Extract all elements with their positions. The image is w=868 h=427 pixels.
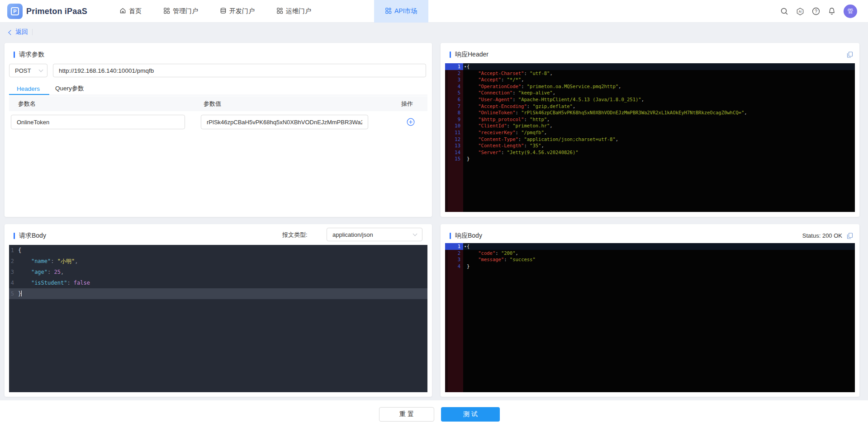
code-line: 2 "name": "小明",	[9, 256, 427, 267]
add-param-icon[interactable]	[407, 118, 415, 126]
title-accent-bar	[14, 52, 15, 58]
home-icon	[119, 7, 126, 15]
nav-item-label: API市场	[394, 7, 417, 15]
nav-item-home[interactable]: 首页	[109, 0, 152, 23]
response-body-code-editor[interactable]: 1▾{2 "code": "200",3 "message": "success…	[445, 243, 855, 392]
layers-icon	[220, 7, 227, 15]
code-line: 8 "OnlineToken": "rPlSk46zpCBaH5vPK68hq5…	[445, 109, 855, 116]
content-type-label: 报文类型:	[282, 231, 308, 239]
nav-item-label: 管理门户	[173, 7, 198, 15]
copy-icon[interactable]	[847, 233, 853, 241]
request-url-input[interactable]	[53, 64, 426, 77]
response-header-panel: 响应Header 1▾{2 "Accept-Charset": "utf-8",…	[441, 43, 859, 217]
grid-icon	[163, 7, 170, 15]
copy-icon[interactable]	[847, 52, 853, 60]
top-nav: P Primeton iPaaS 首页 管理门户	[0, 0, 868, 23]
code-line: 4 "OperationCode": "primeton.oa.MQServic…	[445, 83, 855, 90]
chevron-down-icon	[413, 232, 417, 236]
title-accent-bar	[450, 52, 451, 58]
param-table-header: 参数名 参数值 操作	[9, 96, 427, 111]
fold-arrow-icon[interactable]: ▾	[464, 64, 466, 70]
ai-assistant-icon[interactable]: AI	[796, 7, 804, 15]
nav-item-api-market[interactable]: API市场	[374, 0, 428, 23]
code-line: 4 "isStudent": false	[9, 277, 427, 288]
code-line: 3 "Accept": "*/*",	[445, 76, 855, 83]
grid-icon	[276, 7, 283, 15]
panel-title: 请求参数	[14, 51, 44, 59]
panel-title-text: 请求Body	[19, 232, 46, 240]
column-header-value: 参数值	[204, 100, 221, 108]
status-badge: Status: 200 OK	[802, 232, 842, 239]
divider	[32, 29, 33, 35]
tab-query-params[interactable]: Query参数	[47, 82, 92, 95]
nav-item-dev-portal[interactable]: 开发门户	[209, 0, 266, 23]
breadcrumb: 返回	[9, 26, 33, 38]
grid-icon	[385, 7, 392, 15]
bell-icon[interactable]	[828, 7, 836, 15]
code-line: 15}	[445, 155, 855, 162]
search-icon[interactable]	[780, 7, 788, 15]
title-accent-bar	[450, 233, 451, 239]
nav-item-admin-portal[interactable]: 管理门户	[152, 0, 209, 23]
title-accent-bar	[14, 233, 15, 239]
panel-title: 请求Body	[14, 232, 46, 240]
svg-text:?: ?	[815, 9, 817, 14]
response-header-code-editor[interactable]: 1▾{2 "Accept-Charset": "utf-8",3 "Accept…	[445, 63, 855, 212]
nav-item-ops-portal[interactable]: 运维门户	[266, 0, 322, 23]
code-line: 5 "Connection": "keep-alive",	[445, 89, 855, 96]
brand-logo-icon: P	[7, 4, 23, 19]
panel-title-text: 请求参数	[19, 51, 44, 59]
code-line: 4}	[445, 263, 855, 270]
panel-title-text: 响应Body	[455, 232, 482, 240]
help-icon[interactable]: ?	[812, 7, 820, 15]
reset-button[interactable]: 重 置	[379, 407, 434, 422]
tab-headers[interactable]: Headers	[9, 82, 47, 95]
param-name-input[interactable]	[11, 115, 185, 129]
request-params-panel: 请求参数 POST Headers Query参数 参数名 参数值 操作	[5, 43, 432, 217]
code-line: 1▾{	[445, 63, 855, 70]
code-line: 9 "$http_protocol": "http",	[445, 116, 855, 123]
code-line: 7 "Accept-Encoding": "gzip,deflate",	[445, 103, 855, 110]
fold-arrow-icon[interactable]: ▾	[464, 244, 466, 250]
code-line: 12 "Content-Type": "application/json;cha…	[445, 136, 855, 143]
http-method-select[interactable]: POST	[9, 64, 47, 77]
code-line: 10 "ClientId": "primeton.hr",	[445, 122, 855, 129]
chevron-left-icon	[8, 30, 13, 35]
code-line: 13 "Content-Length": "35",	[445, 142, 855, 149]
back-label: 返回	[15, 28, 28, 36]
code-line: 3 "age": 25,	[9, 267, 427, 277]
code-line: 6 "User-Agent": "Apache-HttpClient/4.5.1…	[445, 96, 855, 103]
content-type-select[interactable]: application/json	[327, 228, 422, 241]
response-body-panel: 响应Body Status: 200 OK 1▾{2 "code": "200"…	[441, 224, 859, 397]
code-line: 1▾{	[445, 243, 855, 250]
chevron-down-icon	[39, 68, 43, 72]
nav-toolbar: AI ? 管	[780, 0, 857, 23]
nav-item-label: 运维门户	[286, 7, 311, 15]
brand-name: Primeton iPaaS	[26, 0, 87, 23]
nav-item-label: 开发门户	[229, 7, 255, 15]
code-line: 11 "receiverKey": "/pmqfb",	[445, 129, 855, 136]
request-body-panel: 请求Body 报文类型: application/json 1{2 "name"…	[5, 224, 432, 397]
code-line: 2 "Accept-Charset": "utf-8",	[445, 70, 855, 77]
test-button[interactable]: 测 试	[441, 407, 500, 422]
text-cursor	[21, 291, 22, 296]
code-line: 2 "code": "200",	[445, 250, 855, 257]
code-line: 3 "message": "success"	[445, 256, 855, 263]
code-line: 1{	[9, 245, 427, 256]
footer-action-bar: 重 置 测 试	[0, 400, 868, 427]
panel-title-text: 响应Header	[455, 51, 489, 59]
column-header-name: 参数名	[18, 100, 36, 108]
param-tabs: Headers Query参数	[9, 82, 92, 95]
divider	[9, 95, 427, 95]
param-value-input[interactable]	[201, 115, 368, 129]
request-body-code-editor[interactable]: 1{2 "name": "小明",3 "age": 25,4 "isStuden…	[9, 245, 427, 392]
user-avatar[interactable]: 管	[844, 5, 857, 18]
nav-menu: 首页 管理门户 开发门户	[109, 0, 428, 23]
column-header-actions: 操作	[401, 100, 413, 108]
code-line: 14 "Server": "Jetty(9.4.56.v20240826)"	[445, 149, 855, 156]
panel-title: 响应Body	[450, 232, 482, 240]
nav-item-label: 首页	[129, 7, 142, 15]
back-button[interactable]: 返回	[9, 28, 28, 36]
panel-title: 响应Header	[450, 51, 489, 59]
content-type-value: application/json	[332, 231, 373, 238]
